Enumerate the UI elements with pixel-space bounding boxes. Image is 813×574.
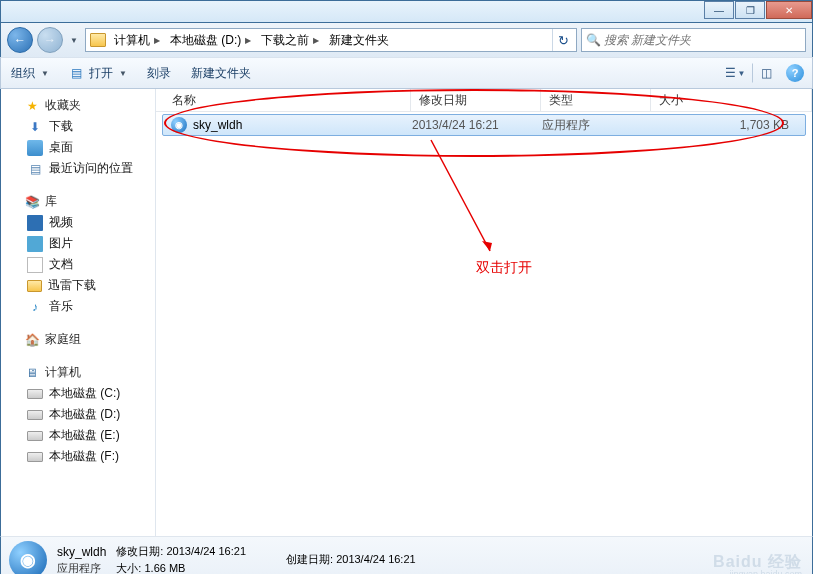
navigation-bar: ← → ▼ 计算机▶ 本地磁盘 (D:)▶ 下载之前▶ 新建文件夹 ↻ 🔍 [0,23,813,57]
recent-icon: ▤ [27,161,43,177]
window-titlebar: — ❐ ✕ [0,0,813,23]
burn-button[interactable]: 刻录 [145,61,173,86]
folder-icon [27,280,42,292]
breadcrumb-computer[interactable]: 计算机▶ [110,29,164,51]
sidebar-item-drive-e[interactable]: 本地磁盘 (E:) [1,425,155,446]
breadcrumb-folder-1[interactable]: 下载之前▶ [257,29,323,51]
details-pane: ◉ sky_wldh 应用程序 修改日期: 2013/4/24 16:21 大小… [0,536,813,574]
library-icon: 📚 [24,194,40,210]
back-button[interactable]: ← [7,27,33,53]
video-icon [27,215,43,231]
star-icon: ★ [24,98,40,114]
view-options-button[interactable]: ☰ ▼ [724,63,746,83]
details-filetype: 应用程序 [57,561,106,575]
file-type: 应用程序 [542,117,652,134]
drive-icon [27,452,43,462]
chevron-right-icon[interactable]: ▶ [313,36,319,45]
drive-icon [27,431,43,441]
preview-pane-button[interactable]: ◫ [752,63,774,83]
minimize-button[interactable]: — [704,1,734,19]
sidebar-item-documents[interactable]: 文档 [1,254,155,275]
file-size: 1,703 KB [652,118,805,132]
annotation-text: 双击打开 [476,259,532,277]
search-input[interactable] [604,33,801,47]
column-header-type[interactable]: 类型 [541,89,651,111]
sidebar-item-drive-c[interactable]: 本地磁盘 (C:) [1,383,155,404]
file-row[interactable]: ◉sky_wldh 2013/4/24 16:21 应用程序 1,703 KB [162,114,806,136]
organize-button[interactable]: 组织▼ [9,61,51,86]
column-header-size[interactable]: 大小 [651,89,812,111]
music-icon: ♪ [27,299,43,315]
folder-icon [90,33,106,47]
sidebar-libraries-header[interactable]: 📚库 [1,191,155,212]
address-bar[interactable]: 计算机▶ 本地磁盘 (D:)▶ 下载之前▶ 新建文件夹 ↻ [85,28,577,52]
details-size-value: 1.66 MB [144,562,185,574]
sidebar-homegroup-header[interactable]: 🏠家庭组 [1,329,155,350]
details-size-label: 大小: [116,562,141,574]
details-created-value: 2013/4/24 16:21 [336,553,416,565]
annotation-arrow [426,135,506,265]
sidebar-item-recent[interactable]: ▤最近访问的位置 [1,158,155,179]
file-name: sky_wldh [193,118,242,132]
open-icon: ▤ [69,65,85,81]
search-icon: 🔍 [586,33,600,47]
sidebar-item-xunlei[interactable]: 迅雷下载 [1,275,155,296]
drive-icon [27,410,43,420]
picture-icon [27,236,43,252]
file-date: 2013/4/24 16:21 [412,118,542,132]
details-modified-value: 2013/4/24 16:21 [166,545,246,557]
homegroup-icon: 🏠 [24,332,40,348]
details-modified-label: 修改日期: [116,545,163,557]
chevron-down-icon: ▼ [119,69,127,78]
breadcrumb-drive-d[interactable]: 本地磁盘 (D:)▶ [166,29,255,51]
drive-icon [27,389,43,399]
document-icon [27,257,43,273]
svg-line-0 [431,140,490,251]
sidebar-item-drive-f[interactable]: 本地磁盘 (F:) [1,446,155,467]
forward-button[interactable]: → [37,27,63,53]
chevron-right-icon[interactable]: ▶ [245,36,251,45]
search-box[interactable]: 🔍 [581,28,806,52]
sidebar-favorites-header[interactable]: ★收藏夹 [1,95,155,116]
details-filename: sky_wldh [57,545,106,559]
sidebar-item-downloads[interactable]: ⬇下载 [1,116,155,137]
download-icon: ⬇ [27,119,43,135]
svg-marker-1 [482,241,492,251]
column-header-date[interactable]: 修改日期 [411,89,541,111]
breadcrumb-folder-2[interactable]: 新建文件夹 [325,29,393,51]
chevron-down-icon: ▼ [41,69,49,78]
column-header-name[interactable]: 名称 [156,89,411,111]
open-button[interactable]: ▤打开▼ [67,61,129,86]
computer-icon: 🖥 [24,365,40,381]
exe-icon: ◉ [171,117,187,133]
file-list-pane: 名称 修改日期 类型 大小 ◉sky_wldh 2013/4/24 16:21 … [156,89,812,536]
watermark: Baidu 经验 jingyan.baidu.com [713,554,802,574]
chevron-right-icon[interactable]: ▶ [154,36,160,45]
sidebar-item-music[interactable]: ♪音乐 [1,296,155,317]
refresh-button[interactable]: ↻ [552,29,574,51]
sidebar-item-desktop[interactable]: 桌面 [1,137,155,158]
sidebar-item-drive-d[interactable]: 本地磁盘 (D:) [1,404,155,425]
command-toolbar: 组织▼ ▤打开▼ 刻录 新建文件夹 ☰ ▼ ◫ ? [0,57,813,89]
column-headers: 名称 修改日期 类型 大小 [156,89,812,112]
new-folder-button[interactable]: 新建文件夹 [189,61,253,86]
sidebar-item-pictures[interactable]: 图片 [1,233,155,254]
details-created-label: 创建日期: [286,553,333,565]
close-button[interactable]: ✕ [766,1,812,19]
help-button[interactable]: ? [786,64,804,82]
maximize-button[interactable]: ❐ [735,1,765,19]
sidebar-computer-header[interactable]: 🖥计算机 [1,362,155,383]
desktop-icon [27,140,43,156]
navigation-pane: ★收藏夹 ⬇下载 桌面 ▤最近访问的位置 📚库 视频 图片 文档 迅雷下载 ♪音… [1,89,156,536]
sidebar-item-videos[interactable]: 视频 [1,212,155,233]
file-large-icon: ◉ [9,541,47,574]
nav-history-dropdown[interactable]: ▼ [67,30,81,50]
